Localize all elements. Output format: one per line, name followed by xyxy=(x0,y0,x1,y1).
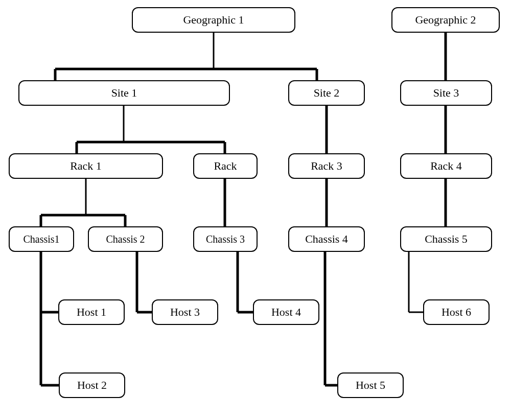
tree-connectors xyxy=(0,0,511,420)
node-geographic-2: Geographic 2 xyxy=(391,7,500,33)
node-host-4: Host 4 xyxy=(253,299,319,325)
node-rack-4: Rack 4 xyxy=(400,153,492,179)
node-host-3: Host 3 xyxy=(152,299,218,325)
node-chassis-4: Chassis 4 xyxy=(288,226,365,252)
node-geographic-1: Geographic 1 xyxy=(132,7,295,33)
node-rack-3: Rack 3 xyxy=(288,153,365,179)
node-rack-1: Rack 1 xyxy=(9,153,163,179)
node-host-5: Host 5 xyxy=(337,372,404,398)
node-chassis-2: Chassis 2 xyxy=(88,226,163,252)
node-chassis-1: Chassis1 xyxy=(9,226,74,252)
node-host-1: Host 1 xyxy=(58,299,125,325)
node-rack-2: Rack xyxy=(193,153,258,179)
node-chassis-3: Chassis 3 xyxy=(193,226,258,252)
node-site-2: Site 2 xyxy=(288,80,365,106)
node-host-2: Host 2 xyxy=(59,372,125,398)
node-chassis-5: Chassis 5 xyxy=(400,226,492,252)
node-site-3: Site 3 xyxy=(400,80,492,106)
node-site-1: Site 1 xyxy=(18,80,230,106)
node-host-6: Host 6 xyxy=(423,299,490,325)
